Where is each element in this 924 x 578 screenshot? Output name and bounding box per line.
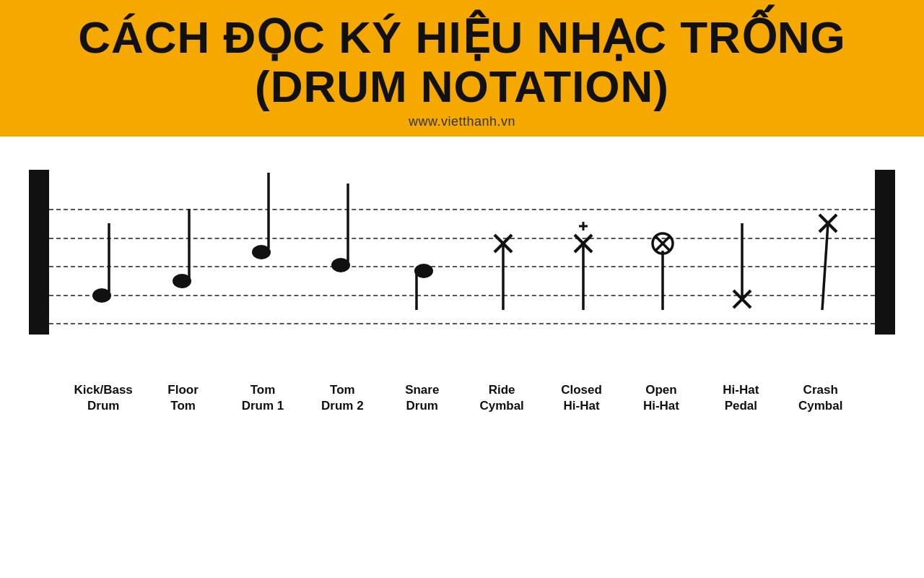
content-area: Kick/Bass Drum Floor Tom Tom Drum 1 Tom …	[0, 137, 924, 414]
notation-hihat-pedal	[705, 137, 777, 310]
notation-tom2	[306, 137, 378, 310]
label-floor-tom: Floor Tom	[147, 382, 219, 414]
notation-floor-tom	[147, 137, 219, 310]
svg-point-5	[252, 245, 271, 259]
website-label: www.vietthanh.vn	[14, 114, 910, 129]
notation-crash	[785, 137, 857, 310]
notation-tom1	[227, 137, 299, 310]
page-subtitle: (DRUM NOTATION)	[14, 62, 910, 111]
label-hihat-pedal: Hi-Hat Pedal	[705, 382, 777, 414]
label-kick: Kick/Bass Drum	[67, 382, 139, 414]
closed-hihat-symbol	[553, 137, 611, 310]
svg-point-3	[173, 274, 191, 288]
open-hihat-symbol	[632, 137, 690, 310]
svg-point-9	[414, 264, 433, 278]
label-crash: Crash Cymbal	[785, 382, 857, 414]
notations-container	[49, 137, 875, 382]
crash-symbol	[792, 137, 850, 310]
label-snare: Snare Drum	[386, 382, 458, 414]
notation-ride	[466, 137, 538, 310]
staff-bracket-right	[875, 180, 895, 324]
svg-line-25	[822, 223, 828, 310]
notation-closed-hihat	[546, 137, 618, 310]
label-ride: Ride Cymbal	[466, 382, 538, 414]
svg-point-7	[331, 258, 350, 272]
ride-symbol	[473, 137, 531, 310]
label-tom2: Tom Drum 2	[306, 382, 378, 414]
label-tom1: Tom Drum 1	[227, 382, 299, 414]
header: CÁCH ĐỌC KÝ HIỆU NHẠC TRỐNG (DRUM NOTATI…	[0, 0, 924, 137]
staff-area	[29, 137, 895, 382]
svg-point-1	[92, 288, 111, 303]
tom1-symbol	[234, 137, 292, 310]
kick-symbol	[74, 137, 132, 310]
notation-snare	[386, 137, 458, 310]
label-closed-hihat: Closed Hi-Hat	[546, 382, 618, 414]
notation-kick	[67, 137, 139, 310]
hihat-pedal-symbol	[712, 137, 770, 310]
page-title: CÁCH ĐỌC KÝ HIỆU NHẠC TRỐNG	[14, 13, 910, 62]
snare-symbol	[393, 137, 451, 310]
staff-bracket-left	[29, 180, 49, 324]
notation-open-hihat	[625, 137, 697, 310]
tom2-symbol	[313, 137, 371, 310]
labels-row: Kick/Bass Drum Floor Tom Tom Drum 1 Tom …	[29, 382, 895, 414]
floor-tom-symbol	[154, 137, 212, 310]
label-open-hihat: Open Hi-Hat	[625, 382, 697, 414]
